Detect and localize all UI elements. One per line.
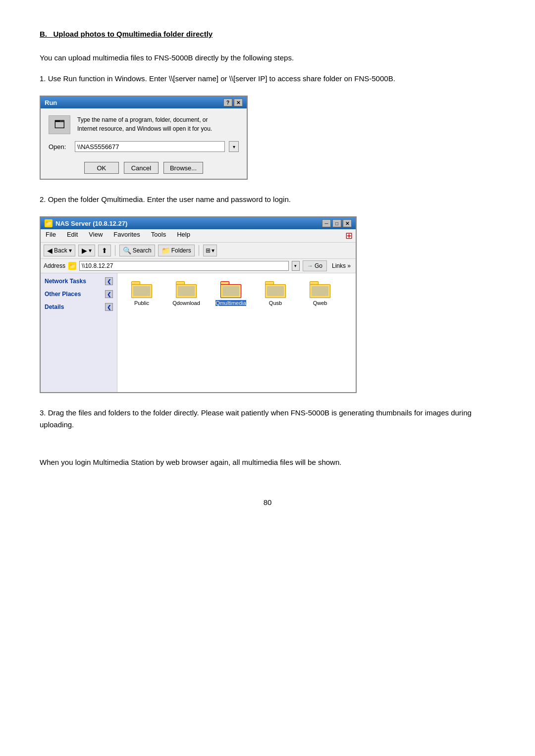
toolbar-up-button[interactable]: ⬆: [98, 245, 111, 256]
nas-folder-item[interactable]: Public: [124, 280, 159, 306]
run-dialog-controls: ? ✕: [223, 99, 243, 106]
menu-help[interactable]: Help: [175, 230, 192, 241]
links-more-icon: »: [347, 262, 351, 269]
views-icon: ⊞: [206, 247, 211, 254]
paragraph-3: 2. Open the folder Qmultimedia. Enter th…: [40, 194, 495, 205]
run-dropdown-button[interactable]: ▾: [229, 141, 239, 152]
address-dropdown-button[interactable]: ▾: [292, 261, 300, 271]
nas-folder-item[interactable]: Qmultimedia: [214, 280, 248, 306]
toolbar-views-button[interactable]: ⊞ ▾: [203, 245, 217, 256]
nas-content: Network Tasks ❮ Other Places ❮ Details ❮…: [41, 273, 356, 392]
toolbar-separator-2: [199, 245, 199, 256]
forward-dropdown-icon: ▾: [89, 247, 92, 254]
run-dialog-top: 🗔 Type the name of a program, folder, do…: [49, 115, 239, 134]
paragraph-4: 3. Drag the files and folders to the fol…: [40, 407, 495, 431]
paragraph-5: When you login Multimedia Station by web…: [40, 456, 495, 468]
other-places-collapse-button[interactable]: ❮: [105, 290, 113, 298]
menu-tools[interactable]: Tools: [149, 230, 168, 241]
search-label: Search: [133, 247, 152, 254]
details-collapse-button[interactable]: ❮: [105, 303, 113, 311]
nas-maximize-button[interactable]: □: [332, 219, 341, 227]
nas-close-button[interactable]: ✕: [343, 219, 352, 227]
folder-label: Qweb: [313, 300, 327, 306]
up-icon: ⬆: [102, 247, 107, 254]
back-dropdown-icon: ▾: [69, 247, 72, 254]
run-dialog-title: Run: [45, 99, 57, 106]
nas-titlebar-controls: ─ □ ✕: [322, 219, 352, 227]
back-label: Back: [54, 247, 67, 254]
menu-favorites[interactable]: Favorites: [111, 230, 142, 241]
other-places-label: Other Places: [45, 291, 81, 298]
nas-folder-item[interactable]: Qdownload: [169, 280, 204, 306]
address-label: Address: [44, 262, 65, 269]
menu-edit[interactable]: Edit: [65, 230, 80, 241]
run-ok-button[interactable]: OK: [84, 162, 119, 174]
sidebar-network-tasks-section: Network Tasks ❮: [43, 276, 115, 286]
toolbar-folders-button[interactable]: 📁 Folders: [158, 245, 195, 256]
run-close-button[interactable]: ✕: [234, 99, 243, 106]
sidebar-details-section: Details ❮: [43, 302, 115, 312]
run-dialog: Run ? ✕ 🗔 Type the name of a program, fo…: [40, 96, 248, 180]
run-browse-button[interactable]: Browse...: [163, 162, 203, 174]
nas-sidebar: Network Tasks ❮ Other Places ❮ Details ❮: [41, 273, 117, 392]
folders-label: Folders: [171, 247, 191, 254]
sidebar-other-places-section: Other Places ❮: [43, 289, 115, 299]
nas-main-area: PublicQdownloadQmultimediaQusbQweb: [117, 273, 356, 392]
folder-icon: [176, 280, 197, 298]
paragraph-1: You can upload multimedia files to FNS-5…: [40, 52, 495, 64]
folder-icon: [131, 280, 152, 298]
run-dialog-description: Type the name of a program, folder, docu…: [77, 115, 212, 133]
forward-icon: ▶: [82, 247, 87, 254]
toolbar-forward-button[interactable]: ▶ ▾: [78, 245, 95, 256]
nas-window-title: NAS Server (10.8.12.27): [55, 220, 127, 227]
sidebar-other-places-title: Other Places ❮: [43, 289, 115, 299]
nas-toolbar: ◀ Back ▾ ▶ ▾ ⬆ 🔍 Search 📁 Folders ⊞ ▾: [41, 243, 356, 259]
address-input[interactable]: [79, 261, 289, 271]
sidebar-network-tasks-title: Network Tasks ❮: [43, 276, 115, 286]
go-label: Go: [315, 262, 322, 269]
run-cancel-button[interactable]: Cancel: [124, 162, 159, 174]
section-label: B.: [40, 30, 47, 38]
links-text: Links: [332, 262, 346, 269]
search-icon: 🔍: [123, 247, 131, 254]
nas-titlebar: 📁 NAS Server (10.8.12.27) ─ □ ✕: [41, 217, 356, 229]
run-app-icon: 🗔: [49, 115, 70, 134]
network-tasks-collapse-button[interactable]: ❮: [105, 277, 113, 285]
nas-folder-item[interactable]: Qusb: [258, 280, 293, 306]
nas-addressbar: Address 📁 ▾ → Go Links »: [41, 259, 356, 273]
details-label: Details: [45, 303, 64, 310]
folder-label: Qdownload: [172, 300, 200, 306]
nas-minimize-button[interactable]: ─: [322, 219, 331, 227]
run-open-input[interactable]: [75, 141, 225, 152]
run-desc-line1: Type the name of a program, folder, docu…: [77, 116, 208, 123]
network-tasks-label: Network Tasks: [45, 278, 86, 285]
menu-view[interactable]: View: [87, 230, 105, 241]
back-icon: ◀: [47, 247, 53, 254]
toolbar-search-button[interactable]: 🔍 Search: [119, 245, 155, 256]
address-folder-icon: 📁: [68, 262, 76, 270]
windows-logo-icon: ⊞: [345, 230, 353, 241]
run-dialog-body: 🗔 Type the name of a program, folder, do…: [41, 108, 247, 179]
section-title: Upload photos to Qmultimedia folder dire…: [54, 30, 213, 38]
run-help-button[interactable]: ?: [223, 99, 232, 106]
toolbar-separator-1: [115, 245, 115, 256]
folder-label: Qmultimedia: [215, 300, 246, 306]
menu-file[interactable]: File: [44, 230, 58, 241]
folder-label: Qusb: [269, 300, 282, 306]
sidebar-details-title: Details ❮: [43, 302, 115, 312]
nas-window: 📁 NAS Server (10.8.12.27) ─ □ ✕ File Edi…: [40, 216, 357, 393]
folder-icon: [220, 280, 241, 298]
toolbar-back-button[interactable]: ◀ Back ▾: [44, 245, 75, 256]
folder-label: Public: [134, 300, 149, 306]
paragraph-2: 1. Use Run function in Windows. Enter \\…: [40, 73, 495, 85]
section-heading: B. Upload photos to Qmultimedia folder d…: [40, 30, 495, 38]
run-desc-line2: Internet resource, and Windows will open…: [77, 125, 212, 132]
page-number: 80: [40, 498, 495, 506]
links-label[interactable]: Links »: [330, 262, 353, 270]
go-arrow-icon: →: [307, 262, 313, 269]
address-go-button[interactable]: → Go: [303, 260, 327, 271]
nas-folder-item[interactable]: Qweb: [303, 280, 337, 306]
nas-menubar: File Edit View Favorites Tools Help ⊞: [41, 229, 356, 243]
nas-titlebar-left: 📁 NAS Server (10.8.12.27): [45, 219, 127, 227]
folder-icon: [265, 280, 286, 298]
